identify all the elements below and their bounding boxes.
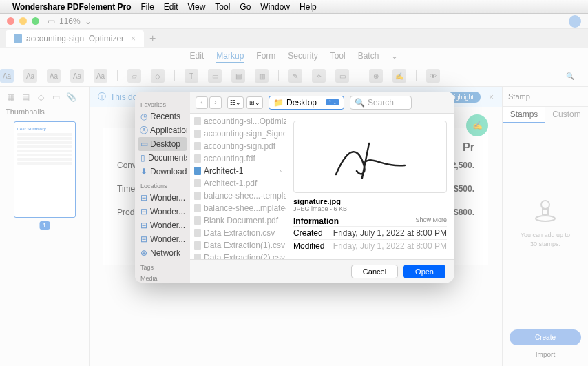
menu-file[interactable]: File	[141, 2, 154, 12]
cancel-button[interactable]: Cancel	[351, 265, 398, 278]
file-item[interactable]: accounting.fdf	[190, 152, 286, 165]
menu-edit[interactable]: Edit	[164, 2, 178, 12]
stamp-icon[interactable]: ⊕	[369, 69, 383, 83]
file-item[interactable]: Blank Document.pdf	[190, 214, 286, 227]
floating-signature-button[interactable]: ✍	[466, 114, 488, 136]
location-dropdown[interactable]: 📁 Desktop ⌃⌄	[269, 96, 344, 110]
columns-view-button[interactable]: ☷⌄	[227, 96, 244, 109]
sidebar-toggle-icon[interactable]: ▭	[48, 17, 55, 26]
add-tab-button[interactable]: +	[149, 32, 156, 45]
folder-item[interactable]: Architect-1›	[190, 165, 286, 177]
text-highlight-icon[interactable]: Aa	[0, 69, 14, 83]
toolbar-tab-batch[interactable]: Batch	[358, 51, 379, 63]
close-tab-icon[interactable]: ×	[131, 34, 136, 43]
stamp-actions: Create Import	[503, 323, 588, 366]
thumbnails-icon[interactable]: ▦	[6, 92, 15, 102]
hide-icon[interactable]: 👁	[426, 69, 440, 83]
file-item[interactable]: accounting-si...Optimizer.pdf	[190, 115, 286, 128]
file-icon	[194, 254, 201, 259]
menu-go[interactable]: Go	[240, 2, 251, 12]
app-toolbar: Edit Markup Form Security Tool Batch ⌄ A…	[0, 48, 588, 87]
note-icon[interactable]: ▤	[231, 69, 245, 83]
pencil-icon[interactable]: ✎	[288, 69, 302, 83]
sidebar-desktop[interactable]: ▭Desktop	[138, 137, 187, 151]
tab-custom[interactable]: Custom	[545, 107, 588, 123]
sidebar-location[interactable]: ⊟Wonder...	[138, 232, 187, 246]
file-open-dialog: Favorites ◷Recents ⒶApplications ▭Deskto…	[135, 92, 454, 283]
eraser-icon[interactable]: ◇	[151, 69, 165, 83]
page-thumbnail[interactable]: Cost Summary 1	[14, 121, 76, 218]
sidebar-location[interactable]: ⊟Wonder...	[138, 218, 187, 232]
fields-icon[interactable]: ▭	[51, 92, 61, 102]
strikethrough-icon[interactable]: Aa	[70, 69, 84, 83]
toolbar-tab-edit[interactable]: Edit	[190, 51, 204, 63]
info-row-created: Created Friday, July 1, 2022 at 8:00 PM	[293, 226, 447, 239]
batch-chevron-icon[interactable]: ⌄	[391, 51, 398, 63]
file-item[interactable]: balance-shee...mplate-1-1.fdf	[190, 202, 286, 214]
pin-icon[interactable]: ✧	[312, 69, 326, 83]
zoom-control[interactable]: ▭ 116% ⌄	[48, 17, 92, 26]
current-location: Desktop	[286, 98, 317, 108]
sidebar-downloads[interactable]: ⬇Downloads	[138, 165, 187, 179]
attachments-panel-icon[interactable]: 📎	[66, 92, 76, 102]
toolbar-tab-markup[interactable]: Markup	[216, 51, 244, 63]
menu-tool[interactable]: Tool	[215, 2, 230, 12]
import-stamp-button[interactable]: Import	[510, 351, 581, 358]
text-tool-1-icon[interactable]: Aa	[23, 69, 37, 83]
file-item[interactable]: Data Extraction(2).csv	[190, 252, 286, 259]
dialog-search[interactable]: 🔍 Search	[350, 96, 412, 110]
file-item[interactable]: accounting-sign.pdf	[190, 140, 286, 152]
annotations-icon[interactable]: ◇	[36, 92, 45, 102]
callout-icon[interactable]: ▭	[208, 69, 222, 83]
close-banner-icon[interactable]: ×	[489, 92, 494, 102]
file-list[interactable]: accounting-si...Optimizer.pdf accounting…	[190, 114, 286, 259]
sidebar-location[interactable]: ⊟Wonder...	[138, 205, 187, 218]
document-tab[interactable]: accounting-sign_Optimizer ×	[6, 30, 144, 47]
toolbar-search[interactable]: 🔍	[566, 72, 574, 80]
menu-view[interactable]: View	[188, 2, 206, 12]
toolbar-tab-tool[interactable]: Tool	[330, 51, 346, 63]
app-name[interactable]: Wondershare PDFelement Pro	[12, 2, 132, 12]
menu-help[interactable]: Help	[300, 2, 317, 12]
chevron-down-icon[interactable]: ⌄	[85, 17, 92, 26]
maximize-window-button[interactable]	[32, 17, 39, 25]
file-icon	[194, 229, 201, 237]
sidebar-recents[interactable]: ◷Recents	[138, 110, 187, 123]
file-item[interactable]: Architect-1.pdf	[190, 177, 286, 190]
shapes-icon[interactable]: ▭	[335, 69, 349, 83]
toolbar-tabs: Edit Markup Form Security Tool Batch ⌄	[0, 48, 588, 66]
create-stamp-button[interactable]: Create	[510, 329, 581, 345]
area-highlight-icon[interactable]: ▱	[127, 69, 141, 83]
tab-stamps[interactable]: Stamps	[503, 107, 545, 123]
open-button[interactable]: Open	[403, 265, 445, 278]
bookmarks-icon[interactable]: ▤	[21, 92, 30, 102]
file-item[interactable]: balance-shee...-template.fdf	[190, 190, 286, 202]
sidebar-applications[interactable]: ⒶApplications	[138, 123, 187, 137]
sidebar-documents[interactable]: ▯Documents	[138, 151, 187, 165]
user-avatar[interactable]	[569, 15, 581, 28]
file-item[interactable]: Data Extraction(1).csv	[190, 239, 286, 252]
menu-window[interactable]: Window	[260, 2, 290, 12]
forward-button[interactable]: ›	[209, 96, 222, 109]
signature-icon[interactable]: ✍	[392, 69, 406, 83]
toolbar-tab-security[interactable]: Security	[288, 51, 317, 63]
toolbar-icon-row: Aa Aa Aa Aa Aa ▱ ◇ T ▭ ▤ ▥ ✎ ✧ ▭ ⊕ ✍ 👁 🔍	[0, 66, 588, 85]
file-item[interactable]: accounting-sign_Signed.pdf	[190, 128, 286, 140]
minimize-window-button[interactable]	[19, 17, 27, 25]
textbox-icon[interactable]: T	[185, 69, 198, 83]
sidebar-location[interactable]: ⊟Wonder...	[138, 191, 187, 205]
attachment-icon[interactable]: ▥	[255, 69, 269, 83]
group-button[interactable]: ⊞⌄	[246, 96, 263, 109]
media-heading: Media	[140, 275, 185, 282]
macos-menubar: Wondershare PDFelement Pro File Edit Vie…	[0, 0, 588, 14]
underline-icon[interactable]: Aa	[47, 69, 61, 83]
disk-icon: ⊟	[140, 194, 147, 201]
file-item[interactable]: Data Extraction.csv	[190, 227, 286, 239]
close-window-button[interactable]	[7, 17, 14, 25]
show-more-link[interactable]: Show More	[415, 216, 447, 226]
toolbar-tab-form[interactable]: Form	[256, 51, 275, 63]
squiggly-icon[interactable]: Aa	[94, 69, 107, 83]
sidebar-network[interactable]: ⊕Network	[138, 246, 187, 260]
clock-icon: ◷	[140, 113, 147, 120]
back-button[interactable]: ‹	[196, 96, 208, 109]
